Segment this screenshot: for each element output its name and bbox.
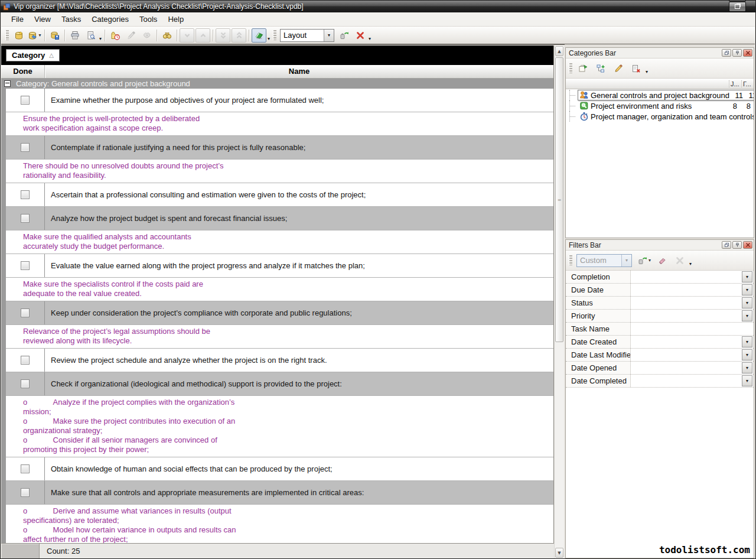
filter-dropdown-button[interactable]: ▾ <box>742 284 752 295</box>
open-database-button[interactable]: ▾ <box>27 28 42 43</box>
filter-value-field[interactable] <box>631 297 741 309</box>
group-by-category-chip[interactable]: Category △ <box>6 49 60 61</box>
note-row[interactable]: Relevance of the project’s legal assumpt… <box>1 325 553 349</box>
filter-dropdown-button[interactable]: ▾ <box>742 336 752 347</box>
restore-button[interactable] <box>729 2 746 12</box>
toolbar-grip[interactable] <box>569 255 572 265</box>
scrollbar-thumb[interactable]: ≡ <box>555 57 563 342</box>
task-row[interactable]: Review the project schedule and analyze … <box>1 349 553 372</box>
layout-combo[interactable]: Layout ▾ <box>280 29 334 42</box>
edit-category-button[interactable] <box>610 61 627 76</box>
new-task-button[interactable] <box>107 28 122 43</box>
toolbar-grip[interactable] <box>5 30 9 40</box>
filter-dropdown-button[interactable]: ▾ <box>742 349 752 360</box>
task-checkbox[interactable] <box>21 190 30 199</box>
new-category-button[interactable] <box>575 61 591 76</box>
autohide-button[interactable] <box>722 241 731 249</box>
group-row[interactable]: Category: General controls and project b… <box>1 79 553 89</box>
task-checkbox[interactable] <box>21 379 30 388</box>
overflow-arrow-icon[interactable]: ▾ <box>689 261 692 266</box>
apply-layout-button[interactable] <box>337 28 351 43</box>
collapse-group-button[interactable] <box>4 80 11 87</box>
filter-dropdown-button[interactable]: ▾ <box>742 297 752 308</box>
autohide-button[interactable] <box>722 49 731 57</box>
clear-layout-button[interactable] <box>353 28 367 43</box>
pin-button[interactable] <box>732 241 742 249</box>
task-checkbox[interactable] <box>21 464 30 473</box>
task-checkbox[interactable] <box>21 214 30 223</box>
task-checkbox[interactable] <box>21 143 30 152</box>
toolbar-grip[interactable] <box>569 63 572 73</box>
new-subcategory-button[interactable] <box>592 61 609 76</box>
task-row[interactable]: Analyze how the project budget is spent … <box>1 207 553 230</box>
category-item[interactable]: General controls and project background1… <box>566 90 754 100</box>
filter-value-field[interactable] <box>631 349 741 361</box>
dropdown-arrow-icon[interactable]: ▾ <box>649 258 651 263</box>
overflow-arrow-icon[interactable]: ▾ <box>646 69 648 74</box>
task-row[interactable]: Examine whether the purpose and objectiv… <box>1 89 553 112</box>
task-checkbox[interactable] <box>21 308 30 317</box>
column-header-name[interactable]: Name <box>45 65 553 78</box>
print-button[interactable] <box>67 28 82 43</box>
filter-value-field[interactable] <box>631 284 741 296</box>
category-item[interactable]: Project environment and risks88 <box>566 100 754 111</box>
task-row[interactable]: Ascertain that a professional consulting… <box>1 183 553 207</box>
task-checkbox[interactable] <box>21 356 30 365</box>
note-row[interactable]: Ensure the project is well-protected by … <box>1 112 553 136</box>
overflow-arrow-icon[interactable]: ▾ <box>99 36 102 41</box>
overflow-arrow-icon[interactable]: ▾ <box>369 36 371 41</box>
filter-value-field[interactable] <box>631 362 741 374</box>
menu-item-categories[interactable]: Categories <box>86 13 134 25</box>
delete-category-button[interactable] <box>628 61 644 76</box>
toolbar-grip[interactable] <box>273 30 276 40</box>
filter-dropdown-button[interactable]: ▾ <box>742 271 752 282</box>
layout-view-button[interactable] <box>252 28 266 43</box>
chevron-down-icon[interactable]: ▾ <box>324 30 334 41</box>
save-database-button[interactable] <box>47 28 62 43</box>
close-panel-button[interactable] <box>743 49 752 57</box>
task-row[interactable]: Make sure that all controls and appropri… <box>1 481 553 505</box>
filter-dropdown-button[interactable]: ▾ <box>742 310 752 321</box>
task-row[interactable]: Obtain knowledge of human and social eff… <box>1 457 553 481</box>
overflow-arrow-icon[interactable]: ▾ <box>268 36 270 41</box>
vertical-scrollbar[interactable]: ▲ ≡ ▼ <box>554 46 564 558</box>
new-database-button[interactable] <box>11 28 26 43</box>
note-row[interactable]: Make sure the qualified analysts and acc… <box>1 230 553 254</box>
column-header-done[interactable]: Done <box>1 65 45 78</box>
menu-item-tools[interactable]: Tools <box>134 13 162 25</box>
pin-button[interactable] <box>732 49 742 57</box>
task-checkbox[interactable] <box>21 96 30 105</box>
filter-value-field[interactable] <box>631 323 754 335</box>
dropdown-arrow-icon[interactable]: ▾ <box>38 32 41 38</box>
task-row[interactable]: Contemplate if rationale justifying a ne… <box>1 136 553 160</box>
scroll-down-icon[interactable]: ▼ <box>555 548 563 558</box>
menu-item-help[interactable]: Help <box>162 13 189 25</box>
note-row[interactable]: Make sure the specialists control if the… <box>1 278 553 301</box>
menu-item-file[interactable]: File <box>6 13 29 25</box>
filter-value-field[interactable] <box>631 271 741 283</box>
menu-item-tasks[interactable]: Tasks <box>56 13 86 25</box>
filter-value-field[interactable] <box>631 336 741 348</box>
filter-value-field[interactable] <box>631 310 741 322</box>
task-checkbox[interactable] <box>21 261 30 270</box>
filter-dropdown-button[interactable]: ▾ <box>742 362 752 373</box>
print-preview-button[interactable] <box>83 28 98 43</box>
task-checkbox[interactable] <box>21 488 30 497</box>
scroll-up-icon[interactable]: ▲ <box>555 46 563 56</box>
category-column-2[interactable]: Г... <box>741 80 754 87</box>
menu-item-view[interactable]: View <box>29 13 56 25</box>
task-row[interactable]: Keep under consideration the project's c… <box>1 301 553 325</box>
filter-dropdown-button[interactable]: ▾ <box>742 375 752 386</box>
clear-filter-button[interactable] <box>654 254 670 268</box>
close-panel-button[interactable] <box>743 241 752 249</box>
task-row[interactable]: Check if organizational (ideological and… <box>1 372 553 396</box>
category-item[interactable]: Project manager, organization and team c… <box>566 111 754 122</box>
note-row[interactable]: o Analyze if the project complies with t… <box>1 396 553 457</box>
category-column-1[interactable]: J... <box>729 80 741 87</box>
task-row[interactable]: Evaluate the value earned along with the… <box>1 254 553 278</box>
filter-value-field[interactable] <box>631 375 741 387</box>
find-button[interactable] <box>159 28 174 43</box>
apply-filter-button[interactable]: ▾ <box>636 254 653 268</box>
note-row[interactable]: o Derive and assume what variances in re… <box>1 505 553 543</box>
note-row[interactable]: There should be no unresolved doubts aro… <box>1 160 553 183</box>
